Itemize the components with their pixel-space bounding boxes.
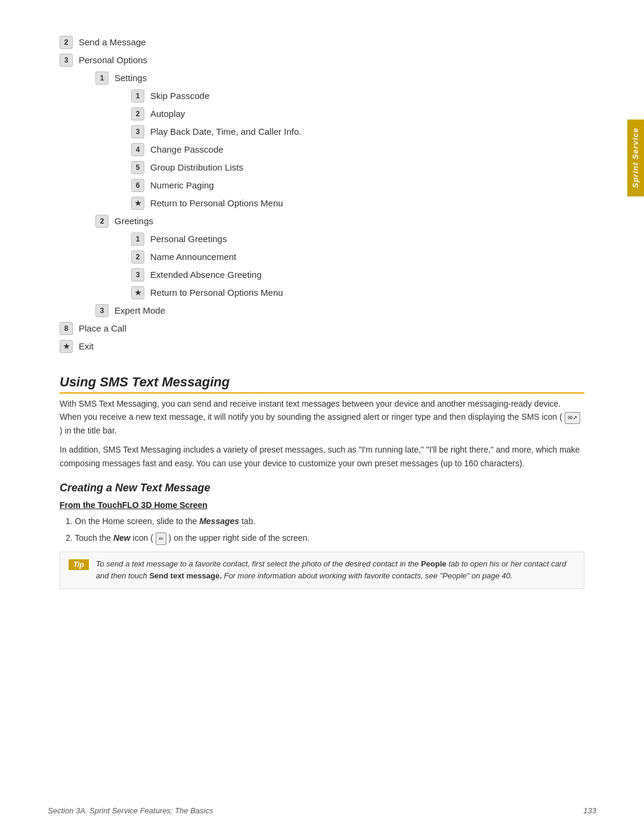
key-badge: 1 xyxy=(131,233,144,246)
key-badge: 1 xyxy=(131,89,144,103)
menu-item: 2 Name Announcement xyxy=(60,250,584,264)
people-bold: People xyxy=(421,559,447,568)
key-badge: 3 xyxy=(95,304,109,317)
sms-para2: In addition, SMS Text Messaging includes… xyxy=(60,443,584,470)
menu-label: Send a Message xyxy=(79,36,146,49)
sms-subsection-title: Creating a New Text Message xyxy=(60,482,584,494)
menu-label: Group Distribution Lists xyxy=(150,161,243,174)
sms-icon: ✉↗ xyxy=(565,412,580,424)
main-content: 2 Send a Message 3 Personal Options 1 Se… xyxy=(0,0,632,625)
menu-item: 2 Send a Message xyxy=(60,36,584,49)
sms-section: Using SMS Text Messaging With SMS Text M… xyxy=(60,374,584,589)
menu-item: 2 Greetings xyxy=(60,215,584,228)
key-badge: 3 xyxy=(131,268,144,281)
new-icon: ✏ xyxy=(156,532,166,545)
menu-label: Name Announcement xyxy=(150,250,236,264)
key-badge: 8 xyxy=(60,322,73,335)
key-badge: 2 xyxy=(131,107,144,120)
menu-label: Numeric Paging xyxy=(150,179,214,192)
side-tab: Sprint Service xyxy=(627,119,644,196)
new-label: New xyxy=(113,533,131,543)
sms-para1: With SMS Text Messaging, you can send an… xyxy=(60,397,584,437)
footer-right: 133 xyxy=(583,806,596,815)
menu-item: 5 Group Distribution Lists xyxy=(60,161,584,174)
menu-label: Return to Personal Options Menu xyxy=(150,286,283,299)
menu-item: 8 Place a Call xyxy=(60,322,584,335)
tip-text: To send a text message to a favorite con… xyxy=(96,558,575,583)
menu-item: ★ Exit xyxy=(60,340,584,353)
menu-item: ★ Return to Personal Options Menu xyxy=(60,286,584,299)
menu-label: Personal Options xyxy=(79,54,147,67)
menu-item: 1 Settings xyxy=(60,72,584,85)
tip-more: For more information about working with … xyxy=(224,571,512,580)
menu-item: 2 Autoplay xyxy=(60,107,584,120)
menu-item: 3 Personal Options xyxy=(60,54,584,67)
key-badge: 3 xyxy=(60,54,73,67)
key-badge: ★ xyxy=(60,340,73,353)
menu-item: 3 Expert Mode xyxy=(60,304,584,317)
menu-label: Personal Greetings xyxy=(150,233,227,246)
menu-label: Return to Personal Options Menu xyxy=(150,197,283,210)
footer-left: Section 3A. Sprint Service Features: The… xyxy=(48,806,213,815)
send-text-bold: Send text message. xyxy=(149,571,221,580)
menu-item: 1 Skip Passcode xyxy=(60,89,584,103)
key-badge: 5 xyxy=(131,161,144,174)
menu-label: Play Back Date, Time, and Caller Info. xyxy=(150,125,301,138)
menu-label: Autoplay xyxy=(150,107,185,120)
key-badge: ★ xyxy=(131,286,144,299)
step-1: On the Home screen, slide to the Message… xyxy=(66,515,584,529)
menu-item: 3 Play Back Date, Time, and Caller Info. xyxy=(60,125,584,138)
menu-item: ★ Return to Personal Options Menu xyxy=(60,197,584,210)
menu-label: Settings xyxy=(114,72,147,85)
menu-tree: 2 Send a Message 3 Personal Options 1 Se… xyxy=(60,36,584,353)
steps-list: On the Home screen, slide to the Message… xyxy=(66,515,584,546)
key-badge: 4 xyxy=(131,143,144,156)
key-badge: 2 xyxy=(131,250,144,264)
menu-label: Change Passcode xyxy=(150,143,224,156)
key-badge: 1 xyxy=(95,72,109,85)
sms-section-title: Using SMS Text Messaging xyxy=(60,374,584,394)
menu-label: Extended Absence Greeting xyxy=(150,268,262,281)
key-badge: ★ xyxy=(131,197,144,210)
menu-item: 6 Numeric Paging xyxy=(60,179,584,192)
menu-label: Greetings xyxy=(114,215,153,228)
key-badge: 3 xyxy=(131,125,144,138)
key-badge: 2 xyxy=(60,36,73,49)
from-touchflo-heading: From the TouchFLO 3D Home Screen xyxy=(60,500,584,510)
menu-label: Expert Mode xyxy=(114,304,165,317)
key-badge: 2 xyxy=(95,215,109,228)
menu-item: 3 Extended Absence Greeting xyxy=(60,268,584,281)
menu-label: Skip Passcode xyxy=(150,89,209,103)
menu-label: Exit xyxy=(79,340,94,353)
key-badge: 6 xyxy=(131,179,144,192)
menu-label: Place a Call xyxy=(79,322,126,335)
tip-label: Tip xyxy=(69,559,89,570)
menu-item: 4 Change Passcode xyxy=(60,143,584,156)
messages-label: Messages xyxy=(199,516,239,526)
page-footer: Section 3A. Sprint Service Features: The… xyxy=(0,806,644,815)
menu-item: 1 Personal Greetings xyxy=(60,233,584,246)
step-2: Touch the New icon ( ✏ ) on the upper ri… xyxy=(66,531,584,546)
tip-box: Tip To send a text message to a favorite… xyxy=(60,552,584,590)
